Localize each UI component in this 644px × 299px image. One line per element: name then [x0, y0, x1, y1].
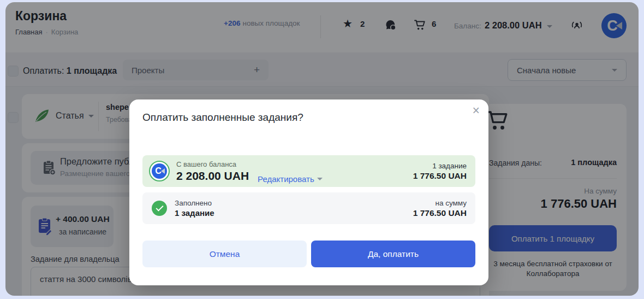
- cancel-button[interactable]: Отмена: [142, 241, 307, 267]
- tasks-amount: 1 776.50 UAH: [413, 171, 467, 181]
- collaborator-balance-logo: C: [149, 161, 170, 181]
- confirm-pay-button[interactable]: Да, оплатить: [311, 241, 475, 267]
- chevron-down-icon: [317, 178, 323, 180]
- tasks-count-label: 1 задание: [413, 161, 467, 171]
- filled-label: Заполнено: [175, 198, 214, 208]
- edit-payment-link[interactable]: Редактировать: [258, 174, 323, 184]
- filled-sum-label: на сумму: [413, 198, 467, 208]
- check-circle-icon: [152, 201, 167, 216]
- page-background: Корзина Главная·Корзина +206новых площад…: [0, 0, 644, 299]
- close-icon[interactable]: ×: [473, 103, 480, 118]
- filled-row: Заполнено 1 задание на сумму 1 776.50 UA…: [142, 192, 475, 224]
- modal-title: Оплатить заполненные задания?: [142, 112, 303, 124]
- app-window: Корзина Главная·Корзина +206новых площад…: [5, 2, 639, 296]
- filled-count: 1 задание: [175, 208, 214, 219]
- balance-source-label: С вашего баланса: [176, 160, 249, 169]
- filled-sum-amount: 1 776.50 UAH: [413, 208, 467, 219]
- edit-link-label: Редактировать: [258, 174, 314, 184]
- balance-row: C С вашего баланса 2 208.00 UAH Редактир…: [142, 155, 475, 187]
- balance-amount: 2 208.00 UAH: [176, 169, 249, 183]
- payment-confirm-modal: × Оплатить заполненные задания? C С ваше…: [129, 99, 488, 285]
- logo-arrow-icon: [161, 168, 165, 174]
